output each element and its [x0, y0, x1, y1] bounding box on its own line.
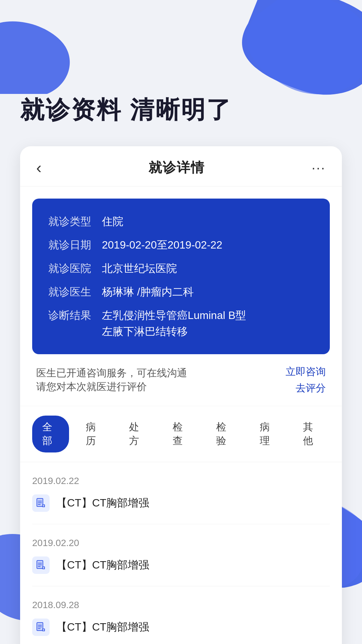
tab-prescription[interactable]: 处方: [119, 416, 156, 452]
info-row-diagnosis: 诊断结果 左乳侵润性导管癌Luminal B型 左腋下淋巴结转移: [48, 307, 314, 339]
tab-all[interactable]: 全部: [32, 416, 69, 452]
value-date: 2019-02-20至2019-02-22: [102, 237, 314, 253]
doc-date-3: 2018.09.28: [32, 586, 330, 616]
label-hospital: 就诊医院: [48, 260, 102, 276]
filter-tabs: 全部 病历 处方 检查 检验 病理 其他: [20, 406, 342, 462]
doc-name-3: 【CT】CT胸部增强: [56, 620, 149, 635]
label-diagnosis: 诊断结果: [48, 307, 102, 323]
action-text-1: 医生已开通咨询服务，可在线沟通: [36, 366, 286, 380]
tab-pathology[interactable]: 病理: [250, 416, 287, 452]
doc-item-1[interactable]: 【CT】CT胸部增强: [32, 492, 330, 515]
back-button[interactable]: ‹: [36, 160, 42, 176]
info-row-date: 就诊日期 2019-02-20至2019-02-22: [48, 237, 314, 253]
tab-examination[interactable]: 检查: [163, 416, 199, 452]
action-texts: 医生已开通咨询服务，可在线沟通 请您对本次就医进行评价: [36, 366, 286, 394]
more-button[interactable]: ···: [312, 163, 326, 172]
main-card: ‹ 就诊详情 ··· 就诊类型 住院 就诊日期 2019-02-20至2019-…: [20, 146, 342, 644]
visit-info-block: 就诊类型 住院 就诊日期 2019-02-20至2019-02-22 就诊医院 …: [32, 199, 330, 354]
label-type: 就诊类型: [48, 213, 102, 229]
card-header: ‹ 就诊详情 ···: [20, 146, 342, 186]
tab-medical-history[interactable]: 病历: [76, 416, 113, 452]
value-doctor: 杨琳琳 /肿瘤内二科: [102, 284, 314, 300]
page-hero-title: 就诊资料 清晰明了: [20, 0, 342, 146]
consult-link[interactable]: 立即咨询: [286, 365, 326, 379]
info-row-doctor: 就诊医生 杨琳琳 /肿瘤内二科: [48, 284, 314, 300]
doc-icon-3: [32, 619, 50, 636]
rate-link[interactable]: 去评分: [296, 381, 326, 395]
doc-icon-2: [32, 556, 50, 574]
doc-date-2: 2019.02.20: [32, 524, 330, 554]
info-row-type: 就诊类型 住院: [48, 213, 314, 229]
doc-item-2[interactable]: 【CT】CT胸部增强: [32, 554, 330, 577]
action-links: 立即咨询 去评分: [286, 365, 326, 395]
doc-icon-1: [32, 494, 50, 512]
info-row-hospital: 就诊医院 北京世纪坛医院: [48, 260, 314, 276]
document-list: 2019.02.22 【CT】CT胸部增强: [20, 462, 342, 644]
value-type: 住院: [102, 213, 314, 229]
tab-lab[interactable]: 检验: [206, 416, 243, 452]
value-hospital: 北京世纪坛医院: [102, 260, 314, 276]
action-text-2: 请您对本次就医进行评价: [36, 380, 286, 394]
tab-other[interactable]: 其他: [293, 416, 330, 452]
doc-name-1: 【CT】CT胸部增强: [56, 496, 149, 511]
value-diagnosis: 左乳侵润性导管癌Luminal B型 左腋下淋巴结转移: [102, 307, 314, 339]
label-date: 就诊日期: [48, 237, 102, 253]
label-doctor: 就诊医生: [48, 284, 102, 300]
doc-name-2: 【CT】CT胸部增强: [56, 558, 149, 573]
card-title: 就诊详情: [148, 158, 205, 177]
action-row: 医生已开通咨询服务，可在线沟通 请您对本次就医进行评价 立即咨询 去评分: [20, 354, 342, 406]
doc-date-1: 2019.02.22: [32, 462, 330, 492]
doc-item-3[interactable]: 【CT】CT胸部增强: [32, 616, 330, 639]
